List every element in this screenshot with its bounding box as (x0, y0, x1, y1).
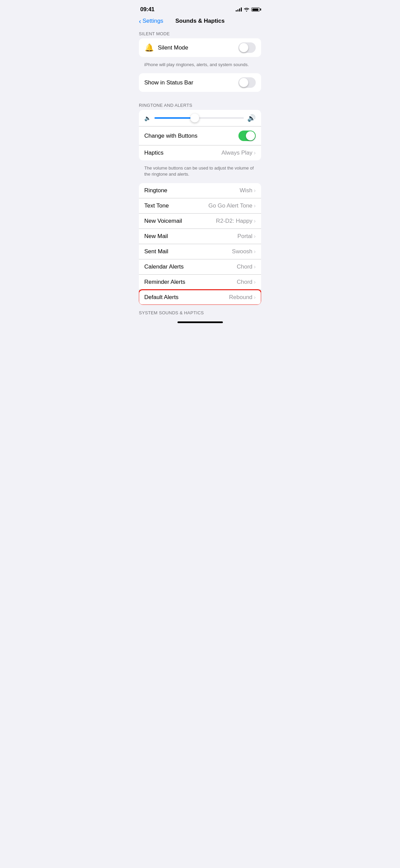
back-button[interactable]: ‹ Settings (139, 18, 163, 24)
new-mail-chevron-icon: › (254, 233, 256, 240)
system-sounds-section-label: SYSTEM SOUNDS & HAPTICS (133, 308, 261, 317)
sent-mail-value: Swoosh (232, 248, 252, 255)
sent-mail-label: Sent Mail (144, 248, 232, 255)
calendar-alerts-chevron-icon: › (254, 263, 256, 270)
show-status-bar-toggle[interactable] (238, 77, 256, 88)
silent-mode-footer: iPhone will play ringtones, alerts, and … (139, 60, 261, 73)
ringtone-alerts-card: 🔈 🔊 Change with Buttons Haptics Always P… (139, 110, 261, 160)
text-tone-value: Go Go Alert Tone (208, 202, 252, 209)
bell-icon-container: 🔔 (144, 43, 154, 53)
home-indicator-container (133, 317, 267, 329)
new-mail-row[interactable]: New Mail Portal › (139, 229, 261, 244)
status-time: 09:41 (140, 6, 154, 13)
reminder-alerts-chevron-icon: › (254, 279, 256, 285)
default-alerts-value: Rebound (229, 294, 252, 301)
page-title: Sounds & Haptics (175, 18, 225, 24)
home-indicator (177, 321, 223, 323)
new-mail-value: Portal (237, 233, 252, 240)
change-with-buttons-toggle[interactable] (238, 131, 256, 141)
change-with-buttons-label: Change with Buttons (144, 133, 238, 139)
silent-mode-section-label: SILENT MODE (133, 28, 261, 38)
ringtone-label: Ringtone (144, 187, 240, 194)
signal-icon (236, 7, 242, 12)
new-mail-label: New Mail (144, 233, 237, 240)
default-alerts-label: Default Alerts (144, 294, 229, 301)
volume-slider-thumb[interactable] (190, 114, 199, 122)
silent-mode-label: Silent Mode (158, 44, 238, 51)
volume-slider-track[interactable] (154, 117, 244, 119)
text-tone-chevron-icon: › (254, 202, 256, 209)
reminder-alerts-label: Reminder Alerts (144, 279, 237, 285)
text-tone-row[interactable]: Text Tone Go Go Alert Tone › (139, 198, 261, 214)
sent-mail-chevron-icon: › (254, 248, 256, 255)
status-bar: 09:41 (133, 0, 267, 16)
spacer1 (139, 95, 261, 100)
haptics-label: Haptics (144, 150, 222, 156)
silent-mode-row: 🔔 Silent Mode (139, 38, 261, 57)
change-with-buttons-row: Change with Buttons (139, 126, 261, 145)
calendar-alerts-row[interactable]: Calendar Alerts Chord › (139, 259, 261, 275)
show-status-bar-row: Show in Status Bar (139, 73, 261, 92)
haptics-value: Always Play (222, 150, 253, 156)
volume-slider-fill (154, 117, 195, 119)
calendar-alerts-value: Chord (237, 263, 252, 270)
calendar-alerts-label: Calendar Alerts (144, 263, 237, 270)
content: SILENT MODE 🔔 Silent Mode iPhone will pl… (133, 28, 267, 317)
default-alerts-row[interactable]: Default Alerts Rebound › (139, 290, 261, 305)
nav-bar: ‹ Settings Sounds & Haptics (133, 16, 267, 28)
default-alerts-chevron-icon: › (254, 294, 256, 301)
reminder-alerts-row[interactable]: Reminder Alerts Chord › (139, 275, 261, 290)
new-voicemail-label: New Voicemail (144, 218, 216, 224)
sounds-list-card: Ringtone Wish › Text Tone Go Go Alert To… (139, 183, 261, 305)
ringtone-row[interactable]: Ringtone Wish › (139, 183, 261, 198)
haptics-chevron-icon: › (254, 150, 256, 156)
silent-mode-card: 🔔 Silent Mode (139, 38, 261, 57)
bell-icon: 🔔 (145, 43, 154, 52)
ringtone-section-label: RINGTONE AND ALERTS (133, 100, 261, 110)
volume-low-icon: 🔈 (144, 115, 151, 121)
back-button-label: Settings (143, 18, 163, 24)
status-icons (236, 7, 260, 12)
new-voicemail-chevron-icon: › (254, 218, 256, 224)
new-voicemail-value: R2-D2: Happy (216, 218, 253, 224)
sent-mail-row[interactable]: Sent Mail Swoosh › (139, 244, 261, 259)
ringtone-footer: The volume buttons can be used to adjust… (139, 163, 261, 183)
ringtone-value: Wish (240, 187, 253, 194)
wifi-icon (244, 7, 249, 12)
battery-icon (251, 7, 260, 12)
volume-row: 🔈 🔊 (139, 110, 261, 126)
new-voicemail-row[interactable]: New Voicemail R2-D2: Happy › (139, 214, 261, 229)
volume-high-icon: 🔊 (247, 114, 256, 122)
show-status-bar-card: Show in Status Bar (139, 73, 261, 92)
silent-mode-toggle[interactable] (238, 42, 256, 53)
reminder-alerts-value: Chord (237, 279, 252, 285)
show-status-bar-label: Show in Status Bar (144, 79, 238, 86)
ringtone-chevron-icon: › (254, 187, 256, 194)
haptics-row[interactable]: Haptics Always Play › (139, 145, 261, 160)
text-tone-label: Text Tone (144, 202, 208, 209)
back-chevron-icon: ‹ (139, 18, 141, 24)
